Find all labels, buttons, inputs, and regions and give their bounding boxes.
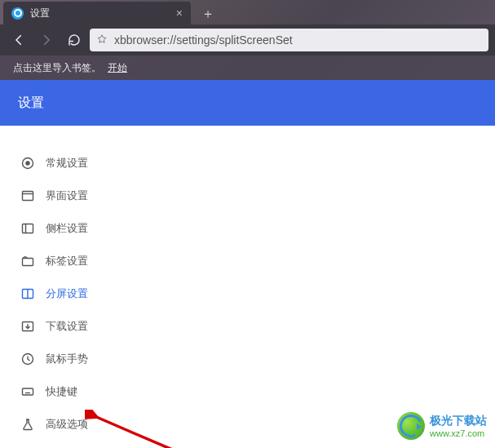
target-icon <box>21 157 34 170</box>
svg-rect-2 <box>23 192 33 201</box>
close-icon[interactable]: × <box>176 7 183 20</box>
bookmarks-bar: 点击这里导入书签。 开始 <box>0 55 495 80</box>
window-icon <box>21 189 34 202</box>
split-screen-icon <box>21 287 34 300</box>
bookmarks-hint: 点击这里导入书签。 <box>13 61 101 75</box>
sidebar-item-label: 侧栏设置 <box>46 221 88 236</box>
address-bar[interactable]: xbbrowser://settings/splitScreenSet <box>90 29 488 51</box>
sidebar-item-splitscreen[interactable]: 分屏设置 <box>0 277 495 310</box>
sidebar-item-gestures[interactable]: 鼠标手势 <box>0 343 495 375</box>
download-icon <box>21 320 34 333</box>
sidebar-item-general[interactable]: 常规设置 <box>0 147 495 180</box>
panel-left-icon <box>21 222 34 235</box>
sidebar-item-interface[interactable]: 界面设置 <box>0 180 495 212</box>
new-tab-button[interactable]: ＋ <box>197 3 219 24</box>
svg-rect-4 <box>23 224 33 233</box>
sidebar-item-sidebar[interactable]: 侧栏设置 <box>0 212 495 245</box>
settings-header: 设置 <box>0 80 495 126</box>
tab-title: 设置 <box>30 7 50 20</box>
sidebar-item-shortcuts[interactable]: 快捷键 <box>0 375 495 408</box>
sidebar-item-label: 快捷键 <box>46 384 77 399</box>
watermark: 极光下载站 www.xz7.com <box>397 412 487 440</box>
browser-tab-settings[interactable]: 设置 × <box>3 2 191 24</box>
keyboard-icon <box>21 385 34 398</box>
clock-icon <box>21 353 34 366</box>
watermark-logo-icon <box>397 412 425 440</box>
svg-point-1 <box>26 162 29 165</box>
sidebar-item-label: 下载设置 <box>46 319 88 334</box>
sidebar-item-label: 标签设置 <box>46 254 88 268</box>
bookmark-star-icon[interactable] <box>96 33 108 47</box>
sidebar-item-label: 分屏设置 <box>46 286 88 301</box>
sidebar-item-tabs[interactable]: 标签设置 <box>0 245 495 277</box>
bookmarks-import-link[interactable]: 开始 <box>108 61 127 75</box>
forward-button[interactable] <box>34 28 59 52</box>
tab-bar: 设置 × ＋ <box>0 0 495 24</box>
sidebar-item-download[interactable]: 下载设置 <box>0 310 495 343</box>
reload-button[interactable] <box>62 28 86 52</box>
settings-title: 设置 <box>18 95 44 112</box>
back-button[interactable] <box>7 28 31 52</box>
svg-rect-6 <box>23 259 33 266</box>
tab-icon <box>21 255 34 268</box>
navigation-bar: xbbrowser://settings/splitScreenSet <box>0 24 495 55</box>
svg-rect-11 <box>23 388 33 395</box>
flask-icon <box>21 418 34 431</box>
sidebar-item-label: 高级选项 <box>46 417 88 432</box>
url-text: xbbrowser://settings/splitScreenSet <box>114 33 293 47</box>
settings-sidebar: 常规设置 界面设置 侧栏设置 标签设置 分屏设置 <box>0 126 495 448</box>
browser-chrome: 设置 × ＋ xbbrowser://settings/splitScreenS… <box>0 0 495 80</box>
settings-content: 常规设置 界面设置 侧栏设置 标签设置 分屏设置 <box>0 126 495 448</box>
sidebar-item-label: 界面设置 <box>46 189 88 203</box>
watermark-url: www.xz7.com <box>430 428 487 438</box>
watermark-brand: 极光下载站 <box>430 414 487 428</box>
sidebar-item-label: 鼠标手势 <box>46 352 88 366</box>
sidebar-item-label: 常规设置 <box>46 156 88 171</box>
gear-circle-icon <box>11 7 24 20</box>
